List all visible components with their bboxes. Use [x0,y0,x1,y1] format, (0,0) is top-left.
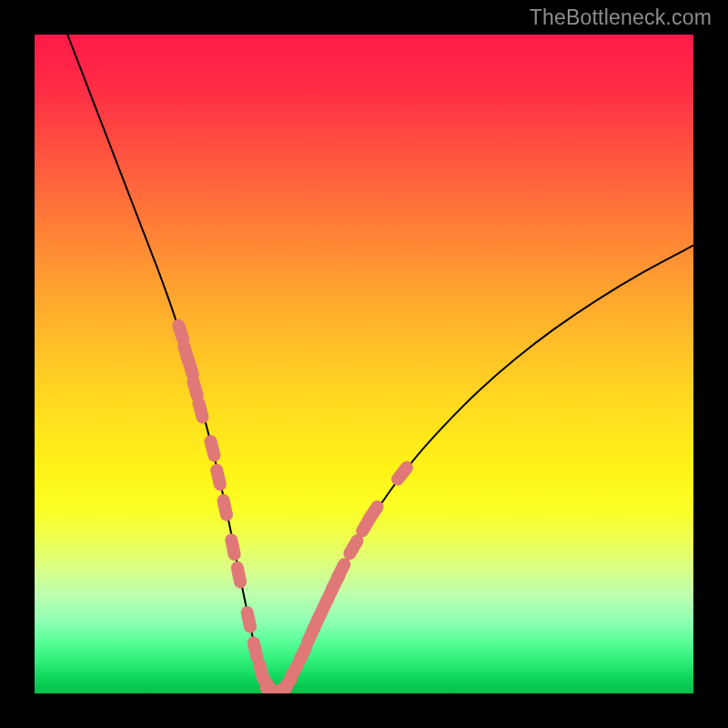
plot-area [35,35,693,693]
curve-marker [224,532,242,561]
curve-marker [230,561,248,590]
bottleneck-curve [67,35,693,693]
curve-svg [35,35,693,693]
watermark-label: TheBottleneck.com [530,5,712,30]
curve-marker [209,462,228,491]
chart-stage: TheBottleneck.com [0,0,728,728]
curve-marker [216,493,234,522]
curve-marker [239,605,258,634]
marker-group [170,318,415,693]
curve-marker [191,395,211,425]
curve-marker [203,433,222,463]
